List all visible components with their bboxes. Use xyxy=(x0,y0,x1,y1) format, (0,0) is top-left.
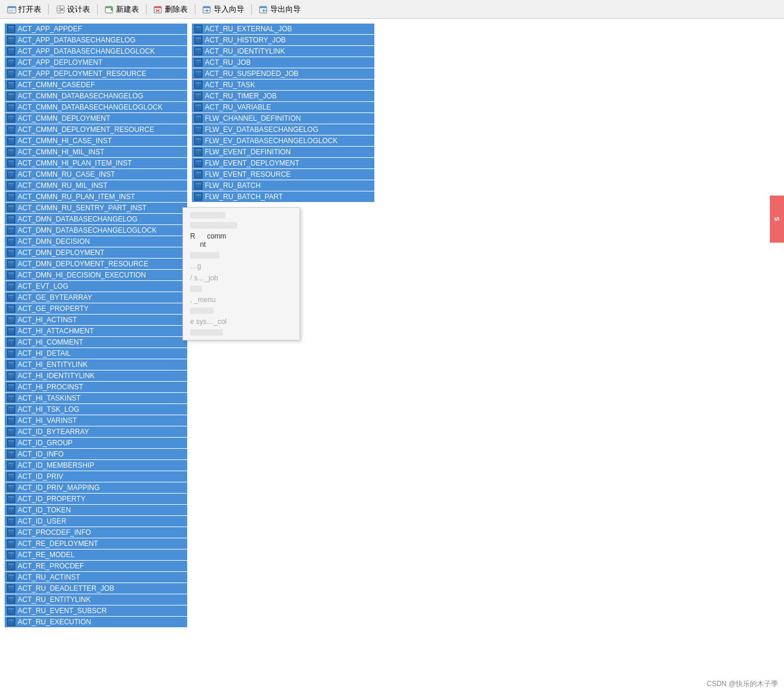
table-item[interactable]: ACT_ID_TOKEN xyxy=(5,505,187,515)
table-item[interactable]: ACT_HI_VARINST xyxy=(5,415,187,426)
table-item[interactable]: FLW_EVENT_DEFINITION xyxy=(192,147,374,157)
table-item[interactable]: ACT_CMMN_RU_CASE_INST xyxy=(5,169,187,180)
table-item[interactable]: ACT_RU_HISTORY_JOB xyxy=(192,35,374,45)
table-item[interactable]: ACT_RU_SUSPENDED_JOB xyxy=(192,68,374,79)
table-item[interactable]: ACT_HI_TASKINST xyxy=(5,393,187,403)
table-item[interactable]: FLW_EVENT_RESOURCE xyxy=(192,169,374,180)
table-item[interactable]: ACT_APP_DATABASECHANGELOGLOCK xyxy=(5,46,187,57)
table-item[interactable]: ACT_CMMN_RU_PLAN_ITEM_INST xyxy=(5,191,187,202)
table-item[interactable]: ACT_HI_ENTITYLINK xyxy=(5,359,187,370)
table-icon xyxy=(7,148,15,156)
table-item[interactable]: ACT_APP_APPDEF xyxy=(5,24,187,34)
table-item[interactable]: ACT_HI_ACTINST xyxy=(5,315,187,325)
table-item[interactable]: ACT_RU_DEADLETTER_JOB xyxy=(5,583,187,594)
separator-2 xyxy=(97,4,98,15)
table-item[interactable]: ACT_RU_TIMER_JOB xyxy=(192,91,374,101)
table-icon xyxy=(7,595,15,604)
popup-item-column[interactable]: R comm nt xyxy=(183,230,300,250)
table-item[interactable]: ACT_RU_EVENT_SUBSCR xyxy=(5,605,187,616)
table-item[interactable]: ACT_CMMN_DATABASECHANGELOGLOCK xyxy=(5,102,187,112)
table-item[interactable]: ACT_RU_JOB xyxy=(192,57,374,68)
table-item[interactable]: ACT_RU_VARIABLE xyxy=(192,102,374,112)
side-feedback-button[interactable]: S xyxy=(770,196,784,243)
table-item[interactable]: FLW_RU_BATCH xyxy=(192,180,374,191)
table-item[interactable]: ACT_ID_PRIV_MAPPING xyxy=(5,482,187,493)
table-item[interactable]: ACT_CMMN_HI_PLAN_ITEM_INST xyxy=(5,158,187,168)
table-item[interactable]: ACT_HI_ATTACHMENT xyxy=(5,326,187,336)
svg-rect-14 xyxy=(154,6,161,8)
table-item[interactable]: ACT_RU_IDENTITYLINK xyxy=(192,46,374,57)
table-item[interactable]: ACT_RU_EXTERNAL_JOB xyxy=(192,24,374,34)
table-item[interactable]: FLW_RU_BATCH_PART xyxy=(192,191,374,202)
table-item[interactable]: ACT_CMMN_DATABASECHANGELOG xyxy=(5,91,187,101)
table-icon xyxy=(7,25,15,33)
new-table-button[interactable]: 新建表 xyxy=(102,3,141,16)
open-table-button[interactable]: 打开表 xyxy=(5,3,44,16)
table-item[interactable]: ACT_RE_MODEL xyxy=(5,550,187,560)
import-wizard-button[interactable]: 导入向导 xyxy=(200,3,247,16)
table-item[interactable]: ACT_ID_GROUP xyxy=(5,438,187,448)
table-item[interactable]: ACT_GE_PROPERTY xyxy=(5,303,187,314)
table-item-label: ACT_ID_USER xyxy=(18,517,67,525)
table-item-label: ACT_RE_MODEL xyxy=(18,551,75,559)
table-item[interactable]: ACT_DMN_DEPLOYMENT xyxy=(5,247,187,258)
table-item[interactable]: ACT_RE_DEPLOYMENT xyxy=(5,538,187,549)
table-item[interactable]: ACT_EVT_LOG xyxy=(5,281,187,292)
table-item[interactable]: ACT_DMN_DECISION xyxy=(5,236,187,247)
table-item[interactable]: FLW_EVENT_DEPLOYMENT xyxy=(192,158,374,168)
table-item-label: ACT_CMMN_HI_PLAN_ITEM_INST xyxy=(18,159,132,167)
table-item-label: ACT_ID_PRIV xyxy=(18,472,63,481)
export-wizard-icon xyxy=(259,5,268,14)
table-item-label: ACT_PROCDEF_INFO xyxy=(18,528,91,537)
table-item[interactable]: ACT_CMMN_DEPLOYMENT_RESOURCE xyxy=(5,124,187,135)
table-item[interactable]: ACT_HI_DETAIL xyxy=(5,348,187,359)
table-item-label: ACT_RU_EXTERNAL_JOB xyxy=(205,25,292,33)
table-item[interactable]: ACT_HI_IDENTITYLINK xyxy=(5,370,187,381)
table-icon xyxy=(7,484,15,492)
table-item[interactable]: FLW_EV_DATABASECHANGELOG xyxy=(192,124,374,135)
table-item[interactable]: ACT_RE_PROCDEF xyxy=(5,561,187,571)
table-item[interactable]: ACT_RU_ACTINST xyxy=(5,572,187,583)
table-item[interactable]: ACT_RU_ENTITYLINK xyxy=(5,594,187,605)
table-item[interactable]: ACT_APP_DATABASECHANGELOG xyxy=(5,35,187,45)
table-item[interactable]: ACT_HI_TSK_LOG xyxy=(5,404,187,415)
table-item[interactable]: ACT_CMMN_HI_MIL_INST xyxy=(5,147,187,157)
table-item[interactable]: ACT_DMN_DEPLOYMENT_RESOURCE xyxy=(5,259,187,269)
table-icon xyxy=(7,249,15,257)
table-item[interactable]: ACT_RU_EXECUTION xyxy=(5,617,187,627)
table-item[interactable]: ACT_CMMN_HI_CASE_INST xyxy=(5,135,187,146)
table-item[interactable]: ACT_GE_BYTEARRAY xyxy=(5,292,187,303)
table-item[interactable]: ACT_DMN_DATABASECHANGELOGLOCK xyxy=(5,225,187,236)
table-item[interactable]: ACT_ID_PROPERTY xyxy=(5,494,187,504)
table-item[interactable]: ACT_DMN_HI_DECISION_EXECUTION xyxy=(5,270,187,280)
table-item[interactable]: ACT_CMMN_DEPLOYMENT xyxy=(5,113,187,124)
table-item[interactable]: ACT_ID_USER xyxy=(5,516,187,527)
table-item[interactable]: ACT_PROCDEF_INFO xyxy=(5,527,187,538)
export-wizard-button[interactable]: 导出向导 xyxy=(257,3,303,16)
table-icon xyxy=(7,450,15,458)
table-item[interactable]: ACT_ID_INFO xyxy=(5,449,187,459)
table-item[interactable]: FLW_EV_DATABASECHANGELOGLOCK xyxy=(192,135,374,146)
table-item-label: ACT_RU_EVENT_SUBSCR xyxy=(18,607,107,615)
table-item[interactable]: FLW_CHANNEL_DEFINITION xyxy=(192,113,374,124)
table-item[interactable]: ACT_HI_COMMENT xyxy=(5,337,187,348)
table-item[interactable]: ACT_APP_DEPLOYMENT xyxy=(5,57,187,68)
table-item[interactable]: ACT_ID_BYTEARRAY xyxy=(5,426,187,437)
table-item[interactable]: ACT_CMMN_RU_MIL_INST xyxy=(5,180,187,191)
table-item[interactable]: ACT_ID_PRIV xyxy=(5,471,187,482)
table-icon xyxy=(7,327,15,335)
table-item[interactable]: ACT_CMMN_RU_SENTRY_PART_INST xyxy=(5,203,187,213)
table-item[interactable]: ACT_RU_TASK xyxy=(192,80,374,90)
table-item[interactable]: ACT_HI_PROCINST xyxy=(5,382,187,392)
design-table-button[interactable]: 设计表 xyxy=(54,3,92,16)
table-item[interactable]: ACT_DMN_DATABASECHANGELOG xyxy=(5,214,187,224)
popup-row-2 xyxy=(183,220,300,230)
table-icon xyxy=(7,226,15,234)
context-menu-popup[interactable]: R comm nt …g / s…_job , _menu e sys…_col xyxy=(182,207,300,340)
popup-row-7 xyxy=(183,284,300,294)
table-item[interactable]: ACT_ID_MEMBERSHIP xyxy=(5,460,187,471)
delete-table-button[interactable]: 删除表 xyxy=(151,3,190,16)
table-icon xyxy=(7,36,15,44)
table-item[interactable]: ACT_CMMN_CASEDEF xyxy=(5,80,187,90)
table-item[interactable]: ACT_APP_DEPLOYMENT_RESOURCE xyxy=(5,68,187,79)
